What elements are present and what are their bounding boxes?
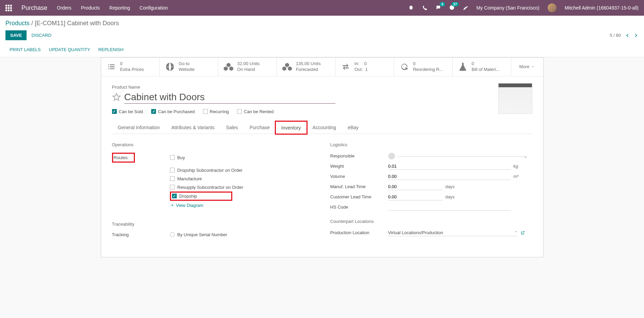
tab-ebay[interactable]: eBay [342,121,364,134]
traceability-title: Traceability [112,222,314,227]
topbar-right: 5 37 My Company (San Francisco) Mitchell… [408,3,639,12]
tab-accounting[interactable]: Accounting [307,121,342,134]
nav-orders[interactable]: Orders [57,5,72,11]
tab-general-info[interactable]: General Information [112,121,166,134]
breadcrumb-current: [E-COM11] Cabinet with Doors [35,20,119,27]
stat-reordering[interactable]: 0Reordering R... [394,58,453,76]
save-button[interactable]: SAVE [5,30,27,40]
weight-row: Weight kg [330,163,532,170]
cust-lead-label: Customer Lead Time [330,194,388,199]
stat-website[interactable]: Go toWebsite [160,58,218,76]
operations-title: Operations [112,142,314,147]
title-row [112,91,532,104]
can-be-rented-checkbox[interactable]: Can be Rented [237,109,273,114]
pager-next[interactable] [634,33,639,38]
favorite-star-icon[interactable] [112,93,121,102]
route-buy[interactable]: Buy [170,153,314,162]
tracking-serial[interactable]: By Unique Serial Number [170,232,314,237]
product-name-label: Product Name [112,85,532,90]
topbar-left: Purchase Orders Products Reporting Confi… [5,4,168,12]
transfer-icon [341,62,350,72]
manuf-lead-row: Manuf. Lead Time days [330,183,532,190]
route-manufacture[interactable]: Manufacture [170,175,314,183]
nav-configuration[interactable]: Configuration [140,5,168,11]
replenish-button[interactable]: REPLENISH [98,47,124,52]
user-menu[interactable]: Mitchell Admin (16604937-15-0-all) [565,5,639,11]
external-link-icon[interactable] [520,230,525,235]
prod-loc-row: Production Location Virtual Locations/Pr… [330,229,532,236]
hs-code-label: HS Code [330,205,388,210]
phone-icon[interactable] [422,5,427,11]
stat-more[interactable]: More [511,58,543,76]
col-right: Logistics Responsible Weight kg Volume m… [330,142,532,241]
prod-loc-label: Production Location [330,230,388,235]
routes-label: Routes [112,153,135,163]
product-name-input[interactable] [124,91,335,104]
breadcrumb-parent[interactable]: Products [5,20,30,27]
manuf-lead-input[interactable] [388,183,443,190]
counterpart-title: Counterpart Locations [330,219,532,224]
tab-inventory[interactable]: Inventory [276,121,307,134]
volume-input[interactable] [388,173,511,180]
cust-lead-row: Customer Lead Time days [330,194,532,200]
cubes-icon [224,62,233,72]
bug-icon[interactable] [408,5,414,11]
can-be-sold-checkbox[interactable]: Can be Sold [112,109,143,114]
print-labels-button[interactable]: PRINT LABELS [10,47,41,52]
apps-icon[interactable] [5,5,12,11]
action-buttons-row: PRINT LABELS UPDATE QUANTITY REPLENISH [0,44,644,57]
tab-content-inventory: Operations Routes Buy Dropship Subcontra… [112,134,532,249]
stat-bom[interactable]: 0Bill of Materi... [453,58,511,76]
activity-count: 37 [452,2,459,6]
product-image[interactable] [498,83,532,114]
breadcrumb-bar: Products / [E-COM11] Cabinet with Doors [0,16,644,27]
manuf-lead-label: Manuf. Lead Time [330,184,388,189]
responsible-row: Responsible [330,153,532,160]
pager-text: 5 / 80 [610,33,621,38]
nav-products[interactable]: Products [81,5,100,11]
refresh-icon [399,62,409,72]
can-be-purchased-checkbox[interactable]: Can be Purchased [151,109,195,114]
discard-button[interactable]: DISCARD [27,30,56,40]
responsible-avatar [388,153,395,160]
stat-on-hand[interactable]: 32.00 UnitsOn Hand [218,58,277,76]
stat-row: 0Extra Prices Go toWebsite 32.00 UnitsOn… [101,58,543,76]
messages-icon[interactable]: 5 [436,5,441,11]
hs-code-input[interactable] [388,204,511,211]
topbar: Purchase Orders Products Reporting Confi… [0,0,644,16]
weight-input[interactable] [388,163,511,170]
chevron-down-icon [514,230,518,233]
avatar[interactable] [548,3,556,12]
col-left: Operations Routes Buy Dropship Subcontra… [112,142,314,241]
cust-lead-input[interactable] [388,194,443,200]
view-diagram-link[interactable]: View Diagram [170,203,314,208]
list-icon [107,62,116,72]
route-options: Dropship Subcontractor on Order Manufact… [170,166,314,208]
tab-purchase[interactable]: Purchase [244,121,276,134]
volume-label: Volume [330,174,388,179]
tracking-label: Tracking [112,232,170,237]
tracking-row: Tracking By Unique Serial Number [112,232,314,237]
company-selector[interactable]: My Company (San Francisco) [476,5,539,11]
pager-prev[interactable] [625,33,630,38]
route-dropship[interactable]: Dropship [170,192,232,201]
route-dropship-subcontractor[interactable]: Dropship Subcontractor on Order [170,166,314,175]
stat-forecasted[interactable]: 135.00 UnitsForecasted [277,58,335,76]
recurring-checkbox[interactable]: Recurring [203,109,229,114]
check-row: Can be Sold Can be Purchased Recurring C… [112,109,532,114]
form-body: Product Name Can be Sold Can be Purchase… [101,76,543,257]
nav-reporting[interactable]: Reporting [109,5,130,11]
brand[interactable]: Purchase [21,4,47,12]
activity-icon[interactable]: 37 [449,5,455,11]
tab-sales[interactable]: Sales [220,121,244,134]
tools-icon[interactable] [463,5,468,11]
update-quantity-button[interactable]: UPDATE QUANTITY [49,47,90,52]
stat-extra-prices[interactable]: 0Extra Prices [101,58,160,76]
prod-loc-select[interactable]: Virtual Locations/Production [388,229,518,236]
arrow-right-icon [170,203,174,207]
route-resupply-subcontractor[interactable]: Resupply Subcontractor on Order [170,183,314,192]
responsible-select[interactable] [398,155,527,157]
responsible-label: Responsible [330,153,388,158]
stat-transfers[interactable]: In: 0Out: 1 [335,58,394,76]
tab-attributes[interactable]: Attributes & Variants [166,121,220,134]
